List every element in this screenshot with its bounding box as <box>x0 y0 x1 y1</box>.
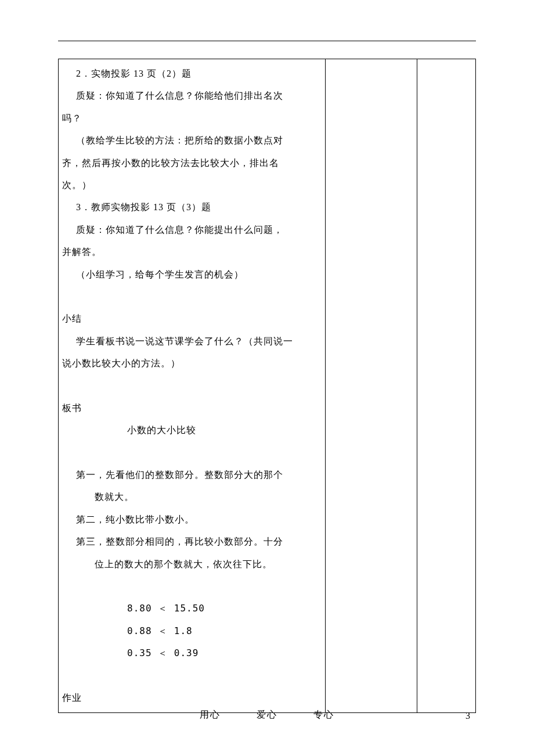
text-line: 学生看板书说一说这节课学会了什么？（共同说一 <box>62 330 322 352</box>
text-line <box>62 442 322 464</box>
text-line: 质疑：你知道了什么信息？你能提出什么问题， <box>62 219 322 241</box>
text-line: 并解答。 <box>62 241 322 263</box>
text-line: 3．教师实物投影 13 页（3）题 <box>62 196 322 218</box>
text-line: 作业 <box>62 687 322 709</box>
middle-empty-cell <box>326 59 417 713</box>
text-line: 小数的大小比较 <box>62 419 322 441</box>
text-line: 板书 <box>62 397 322 419</box>
text-line: 数就大。 <box>62 486 322 508</box>
text-line: 2．实物投影 13 页（2）题 <box>62 63 322 85</box>
text-line: 第二，纯小数比带小数小。 <box>62 509 322 531</box>
table-row: 2．实物投影 13 页（2）题质疑：你知道了什么信息？你能给他们排出名次吗？（教… <box>59 59 476 713</box>
text-line <box>62 665 322 687</box>
text-line <box>62 375 322 397</box>
footer-word-1: 用心 <box>200 710 221 719</box>
text-line: 位上的数大的那个数就大，依次往下比。 <box>62 553 322 575</box>
page-footer: 用心 爱心 专心 <box>0 709 534 721</box>
text-line: 0.35 ＜ 0.39 <box>62 642 322 664</box>
lesson-text: 2．实物投影 13 页（2）题质疑：你知道了什么信息？你能给他们排出名次吗？（教… <box>61 63 323 709</box>
text-line: 0.88 ＜ 1.8 <box>62 620 322 642</box>
text-line: 次。） <box>62 174 322 196</box>
text-line: 说小数比较大小的方法。） <box>62 352 322 375</box>
text-line <box>62 286 322 308</box>
text-line: （小组学习，给每个学生发言的机会） <box>62 264 322 286</box>
main-content-cell: 2．实物投影 13 页（2）题质疑：你知道了什么信息？你能给他们排出名次吗？（教… <box>59 59 326 713</box>
text-line: 8.80 ＜ 15.50 <box>62 597 322 620</box>
footer-word-2: 爱心 <box>257 710 277 719</box>
top-rule <box>58 41 476 41</box>
text-line <box>62 575 322 597</box>
text-line: 第三，整数部分相同的，再比较小数部分。十分 <box>62 531 322 553</box>
footer-word-3: 专心 <box>313 710 334 719</box>
text-line: 质疑：你知道了什么信息？你能给他们排出名次 <box>62 85 322 107</box>
text-line: 吗？ <box>62 107 322 129</box>
right-empty-cell <box>417 59 476 713</box>
layout-table: 2．实物投影 13 页（2）题质疑：你知道了什么信息？你能给他们排出名次吗？（教… <box>58 59 476 713</box>
text-line: 小结 <box>62 308 322 330</box>
footer-motto: 用心 爱心 专心 <box>183 709 351 721</box>
document-page: 2．实物投影 13 页（2）题质疑：你知道了什么信息？你能给他们排出名次吗？（教… <box>0 0 534 713</box>
page-number: 3 <box>466 711 470 721</box>
text-line: 齐，然后再按小数的比较方法去比较大小，排出名 <box>62 152 322 174</box>
text-line: 第一，先看他们的整数部分。整数部分大的那个 <box>62 464 322 486</box>
text-line: （教给学生比较的方法：把所给的数据小数点对 <box>62 129 322 152</box>
